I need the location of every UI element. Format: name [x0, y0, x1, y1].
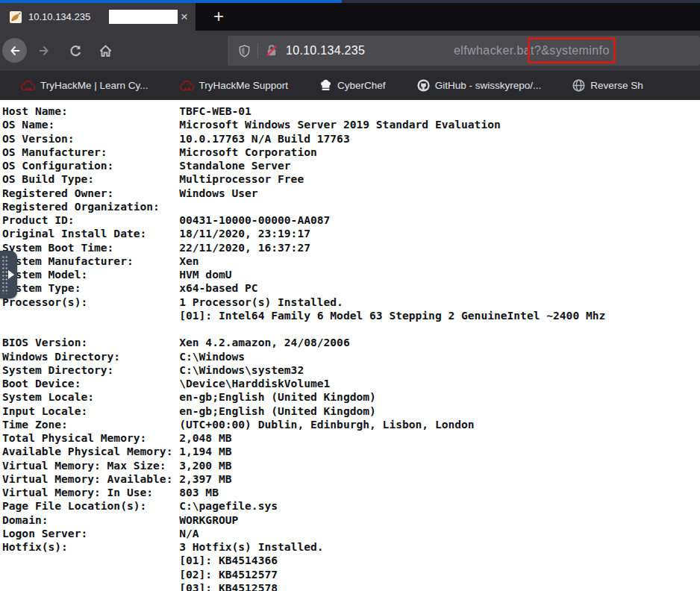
url-path-prefix: elfwhacker.ba: [454, 44, 531, 57]
page-content: Host Name: TBFC-WEB-01 OS Name: Microsof…: [0, 100, 700, 591]
bookmark-label: TryHackMe | Learn Cy...: [40, 80, 149, 91]
forward-button[interactable]: [34, 40, 54, 61]
back-button[interactable]: [2, 38, 27, 63]
home-icon: [99, 44, 113, 58]
insecure-lock-icon[interactable]: [265, 44, 278, 57]
bookmark-label: TryHackMe Support: [199, 80, 289, 91]
systeminfo-text: Host Name: TBFC-WEB-01 OS Name: Microsof…: [0, 100, 700, 591]
forward-icon: [37, 44, 51, 57]
tab-title: 10.10.134.235: [28, 11, 90, 22]
annotation-box: [528, 37, 616, 63]
tryhackme-icon: [180, 81, 194, 91]
tab-close-icon[interactable]: ×: [177, 10, 192, 25]
back-icon: [8, 44, 22, 57]
new-tab-button[interactable]: +: [206, 4, 231, 29]
bookmark-label: GitHub - swisskyrepo/...: [435, 80, 542, 91]
bookmark-cyberchef[interactable]: CyberChef: [319, 79, 386, 92]
tab-strip: 10.10.134.235 × +: [0, 3, 700, 31]
globe-icon: [572, 79, 585, 92]
redaction-box: [109, 10, 178, 24]
expand-arrow-icon: [8, 270, 14, 279]
chef-hat-icon: [319, 79, 332, 92]
url-host: 10.10.134.235: [286, 44, 365, 57]
reload-icon: [69, 44, 83, 58]
bookmark-reverse-shell[interactable]: Reverse Sh: [572, 79, 643, 92]
sidebar-drawer-handle[interactable]: [0, 251, 17, 298]
url-bar[interactable]: 10.10.134.235 elfwhacker.bat?&systeminfo: [228, 36, 700, 66]
bookmarks-toolbar: TryHackMe | Learn Cy... TryHackMe Suppor…: [0, 71, 700, 100]
tryhackme-icon: [21, 81, 35, 91]
reload-button[interactable]: [65, 40, 86, 61]
bookmark-label: Reverse Sh: [590, 80, 643, 91]
tracking-protection-shield-icon[interactable]: [238, 45, 251, 57]
browser-window: 10.10.134.235 × +: [0, 0, 700, 591]
github-icon: [417, 79, 430, 92]
url-path: elfwhacker.bat?&systeminfo: [454, 36, 610, 66]
bookmark-label: CyberChef: [337, 80, 386, 91]
bookmark-tryhackme-learn[interactable]: TryHackMe | Learn Cy...: [21, 80, 149, 91]
site-favicon: [10, 11, 22, 23]
drag-dots-icon: [1, 255, 8, 294]
url-path-highlighted: t?&systeminfo: [531, 44, 610, 57]
home-button[interactable]: [95, 40, 116, 61]
bookmark-github-swisskyrepo[interactable]: GitHub - swisskyrepo/...: [417, 79, 542, 92]
tab-active[interactable]: 10.10.134.235 ×: [0, 3, 196, 31]
bookmark-tryhackme-support[interactable]: TryHackMe Support: [180, 80, 289, 91]
navigation-toolbar: 10.10.134.235 elfwhacker.bat?&systeminfo: [0, 31, 700, 71]
urlbar-separator: [257, 43, 258, 58]
